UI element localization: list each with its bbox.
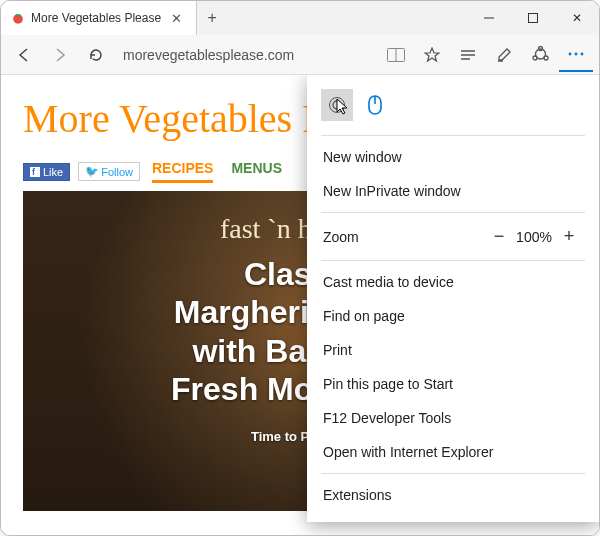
refresh-button[interactable] — [79, 38, 113, 72]
zoom-out-button[interactable]: − — [485, 226, 513, 247]
more-button[interactable] — [559, 38, 593, 72]
menu-open-ie[interactable]: Open with Internet Explorer — [307, 435, 599, 469]
twitter-follow-button[interactable]: 🐦 Follow — [78, 162, 140, 181]
svg-point-19 — [330, 98, 345, 113]
toolbar: morevegetablesplease.com — [1, 35, 599, 75]
titlebar: More Vegetables Please ✕ + ✕ — [1, 1, 599, 35]
menu-find[interactable]: Find on page — [307, 299, 599, 333]
svg-point-10 — [533, 56, 537, 60]
favicon-tomato-icon — [11, 11, 25, 25]
window-controls: ✕ — [467, 1, 599, 35]
maximize-button[interactable] — [511, 1, 555, 35]
menu-zoom-row: Zoom − 100% + — [307, 217, 599, 256]
address-bar[interactable]: morevegetablesplease.com — [115, 47, 377, 63]
touch-mode-button[interactable] — [321, 89, 353, 121]
web-note-button[interactable] — [487, 38, 521, 72]
browser-tab[interactable]: More Vegetables Please ✕ — [1, 1, 197, 35]
menu-pin[interactable]: Pin this page to Start — [307, 367, 599, 401]
svg-rect-2 — [529, 14, 538, 23]
nav-menus[interactable]: MENUS — [231, 160, 282, 183]
menu-extensions[interactable]: Extensions — [307, 478, 599, 512]
zoom-label: Zoom — [323, 229, 485, 245]
tab-close-button[interactable]: ✕ — [167, 11, 186, 26]
viewport: More Vegetables Please f Like 🐦 Follow R… — [1, 75, 599, 536]
menu-print[interactable]: Print — [307, 333, 599, 367]
mouse-mode-button[interactable] — [359, 89, 391, 121]
settings-menu: New window New InPrivate window Zoom − 1… — [307, 75, 599, 522]
share-button[interactable] — [523, 38, 557, 72]
zoom-in-button[interactable]: + — [555, 226, 583, 247]
svg-point-18 — [333, 101, 341, 109]
close-window-button[interactable]: ✕ — [555, 1, 599, 35]
tab-title: More Vegetables Please — [31, 11, 161, 25]
tw-follow-label: Follow — [101, 166, 133, 178]
minimize-button[interactable] — [467, 1, 511, 35]
svg-point-13 — [569, 52, 572, 55]
menu-cast[interactable]: Cast media to device — [307, 265, 599, 299]
twitter-icon: 🐦 — [85, 165, 99, 178]
svg-point-11 — [544, 56, 548, 60]
svg-point-15 — [581, 52, 584, 55]
menu-devtools[interactable]: F12 Developer Tools — [307, 401, 599, 435]
forward-button[interactable] — [43, 38, 77, 72]
menu-new-inprivate[interactable]: New InPrivate window — [307, 174, 599, 208]
browser-window: More Vegetables Please ✕ + ✕ morevegetab… — [0, 0, 600, 536]
zoom-value: 100% — [513, 229, 555, 245]
fb-like-label: Like — [43, 166, 63, 178]
svg-point-14 — [575, 52, 578, 55]
nav-recipes[interactable]: RECIPES — [152, 160, 213, 183]
facebook-like-button[interactable]: f Like — [23, 163, 70, 181]
back-button[interactable] — [7, 38, 41, 72]
hub-button[interactable] — [451, 38, 485, 72]
new-tab-button[interactable]: + — [197, 1, 227, 35]
reading-view-button[interactable] — [379, 38, 413, 72]
facebook-icon: f — [30, 167, 40, 177]
menu-new-window[interactable]: New window — [307, 140, 599, 174]
site-nav: RECIPES MENUS — [152, 160, 282, 183]
favorite-button[interactable] — [415, 38, 449, 72]
